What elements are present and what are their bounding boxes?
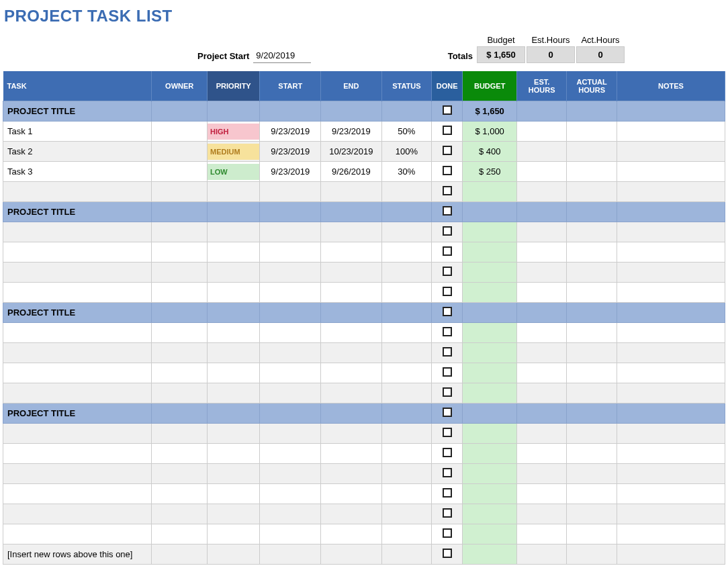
section-row[interactable]: PROJECT TITLE — [3, 202, 725, 222]
cell-end[interactable] — [321, 242, 382, 263]
cell-act[interactable] — [567, 404, 617, 424]
cell-status[interactable]: 50% — [381, 122, 431, 142]
cell-end[interactable] — [321, 303, 382, 323]
checkbox-icon[interactable] — [443, 408, 452, 417]
col-task[interactable]: TASK — [3, 71, 152, 101]
cell-owner[interactable] — [152, 101, 208, 122]
col-act[interactable]: ACTUAL HOURS — [567, 71, 617, 101]
cell-priority[interactable]: LOW — [207, 162, 260, 182]
cell-end[interactable] — [321, 222, 382, 242]
cell-act[interactable] — [567, 464, 617, 484]
table-row[interactable] — [3, 484, 725, 504]
cell-est[interactable] — [516, 444, 566, 464]
cell-owner[interactable] — [152, 545, 208, 565]
cell-end[interactable] — [321, 263, 382, 283]
checkbox-icon[interactable] — [443, 307, 452, 316]
cell-owner[interactable] — [152, 504, 208, 524]
cell-end[interactable]: 9/23/2019 — [321, 122, 382, 142]
table-row[interactable] — [3, 323, 725, 343]
cell-task[interactable]: [Insert new rows above this one] — [3, 545, 152, 565]
cell-start[interactable] — [260, 545, 321, 565]
cell-done[interactable] — [432, 484, 463, 504]
checkbox-icon[interactable] — [443, 508, 452, 518]
cell-notes[interactable] — [617, 162, 725, 182]
cell-task[interactable] — [3, 464, 152, 484]
cell-task[interactable] — [3, 504, 152, 524]
cell-budget[interactable] — [463, 404, 517, 424]
cell-done[interactable] — [432, 383, 463, 404]
cell-owner[interactable] — [152, 202, 208, 222]
cell-end[interactable] — [321, 404, 382, 424]
cell-est[interactable] — [516, 404, 566, 424]
cell-done[interactable] — [432, 424, 463, 444]
cell-done[interactable] — [432, 504, 463, 524]
cell-end[interactable]: 9/26/2019 — [321, 162, 382, 182]
cell-notes[interactable] — [617, 424, 725, 444]
cell-task[interactable] — [3, 242, 152, 263]
cell-act[interactable] — [567, 263, 617, 283]
cell-priority[interactable] — [207, 202, 260, 222]
cell-done[interactable] — [432, 444, 463, 464]
cell-done[interactable] — [432, 122, 463, 142]
cell-budget[interactable] — [463, 524, 517, 545]
cell-est[interactable] — [516, 484, 566, 504]
checkbox-icon[interactable] — [443, 206, 452, 216]
cell-owner[interactable] — [152, 363, 208, 383]
cell-start[interactable] — [260, 323, 321, 343]
cell-budget[interactable] — [463, 444, 517, 464]
cell-end[interactable] — [321, 101, 382, 122]
cell-act[interactable] — [567, 524, 617, 545]
cell-notes[interactable] — [617, 303, 725, 323]
cell-end[interactable] — [321, 323, 382, 343]
cell-start[interactable] — [260, 343, 321, 363]
cell-start[interactable] — [260, 424, 321, 444]
cell-start[interactable]: 9/23/2019 — [260, 162, 321, 182]
cell-start[interactable] — [260, 101, 321, 122]
cell-status[interactable] — [381, 303, 431, 323]
cell-status[interactable] — [381, 545, 431, 565]
cell-task[interactable] — [3, 263, 152, 283]
cell-owner[interactable] — [152, 464, 208, 484]
cell-start[interactable] — [260, 303, 321, 323]
cell-status[interactable] — [381, 182, 431, 202]
cell-task[interactable] — [3, 424, 152, 444]
table-row[interactable] — [3, 424, 725, 444]
cell-status[interactable] — [381, 404, 431, 424]
table-row[interactable] — [3, 343, 725, 363]
cell-status[interactable]: 100% — [381, 142, 431, 162]
table-row[interactable] — [3, 182, 725, 202]
checkbox-icon[interactable] — [443, 105, 452, 115]
cell-status[interactable] — [381, 222, 431, 242]
cell-notes[interactable] — [617, 263, 725, 283]
cell-end[interactable] — [321, 504, 382, 524]
table-row[interactable] — [3, 464, 725, 484]
cell-est[interactable] — [516, 363, 566, 383]
cell-status[interactable] — [381, 323, 431, 343]
section-row[interactable]: PROJECT TITLE — [3, 303, 725, 323]
cell-notes[interactable] — [617, 122, 725, 142]
cell-est[interactable] — [516, 101, 566, 122]
col-end[interactable]: END — [321, 71, 382, 101]
cell-task[interactable]: PROJECT TITLE — [3, 202, 152, 222]
cell-start[interactable] — [260, 242, 321, 263]
cell-act[interactable] — [567, 383, 617, 404]
cell-done[interactable] — [432, 242, 463, 263]
cell-owner[interactable] — [152, 484, 208, 504]
cell-budget[interactable] — [463, 242, 517, 263]
cell-budget[interactable] — [463, 283, 517, 303]
cell-act[interactable] — [567, 484, 617, 504]
cell-priority[interactable] — [207, 545, 260, 565]
cell-priority[interactable] — [207, 222, 260, 242]
cell-est[interactable] — [516, 545, 566, 565]
checkbox-icon[interactable] — [443, 367, 452, 377]
cell-status[interactable] — [381, 283, 431, 303]
cell-end[interactable] — [321, 444, 382, 464]
cell-status[interactable] — [381, 464, 431, 484]
cell-notes[interactable] — [617, 142, 725, 162]
cell-priority[interactable] — [207, 323, 260, 343]
cell-act[interactable] — [567, 242, 617, 263]
table-row[interactable]: Task 3LOW9/23/20199/26/201930%$ 250 — [3, 162, 725, 182]
cell-budget[interactable] — [463, 323, 517, 343]
cell-budget[interactable]: $ 1,650 — [463, 101, 517, 122]
cell-act[interactable] — [567, 182, 617, 202]
